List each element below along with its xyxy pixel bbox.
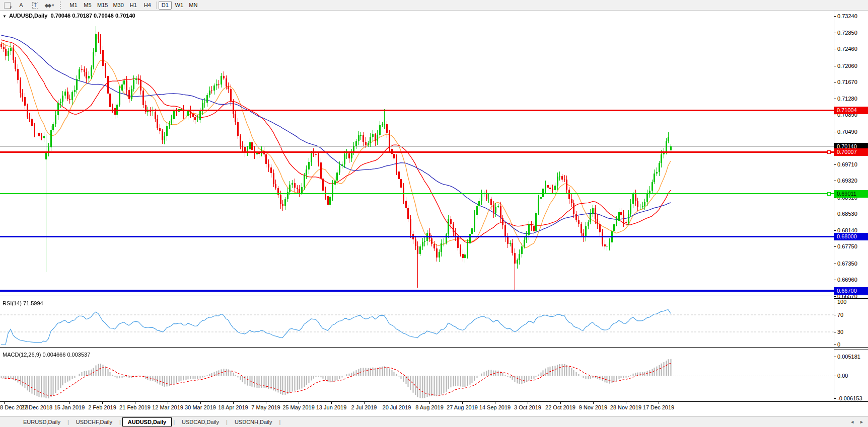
chart-tab-usdcnh[interactable]: USDCNH,Daily [229, 417, 278, 426]
price-axis-label: 0.69710 [837, 161, 857, 168]
timeframe-button-m1[interactable]: M1 [67, 1, 80, 10]
date-axis-tick [528, 402, 528, 404]
price-badge: 0.66700 [834, 287, 868, 295]
price-badge: 0.69011 [834, 190, 868, 198]
date-axis-tick [560, 402, 561, 404]
chart-tab-usdchf[interactable]: USDCHF,Daily [70, 417, 118, 426]
timeframe-button-group: M1M5M15M30H1H4D1W1MN [66, 1, 200, 10]
shapes-icon[interactable]: ◆◆ ▾ [43, 1, 56, 10]
date-axis-tick [397, 402, 397, 404]
macd-label: MACD(12,26,9) 0.004666 0.003537 [3, 352, 90, 358]
date-axis-tick [69, 402, 70, 404]
tabs-scroll-right-icon[interactable]: ► [859, 419, 864, 424]
timeframe-button-m5[interactable]: M5 [81, 1, 94, 10]
fibonacci-icon[interactable]: F [1, 1, 14, 10]
toolbar-grip[interactable] [60, 2, 63, 9]
chart-tab-audusd[interactable]: AUDUSD,Daily [122, 417, 172, 426]
main-chart-canvas[interactable] [0, 11, 834, 296]
timeframe-button-h4[interactable]: H4 [141, 1, 154, 10]
price-axis-tick [834, 246, 836, 247]
date-axis-tick [266, 402, 266, 404]
price-axis-tick [834, 214, 836, 214]
price-axis-label: 0.72060 [837, 63, 857, 69]
tab-separator: | [173, 419, 175, 425]
chart-tab-eurusd[interactable]: EURUSD,Daily [18, 417, 66, 426]
text-tool-icon[interactable]: T [29, 1, 42, 10]
timeframe-button-d1[interactable]: D1 [159, 1, 172, 10]
rsi-scale-tick [834, 315, 836, 315]
price-axis-label: 0.70490 [837, 129, 857, 135]
date-axis-tick [168, 402, 168, 404]
price-axis-tick [834, 66, 836, 66]
date-axis-tick [299, 402, 299, 404]
price-badge: 0.70007 [834, 148, 868, 156]
date-axis-label: 30 Mar 2019 [184, 404, 216, 410]
text-label-glyph: A [19, 2, 23, 8]
date-axis-label: 3 Oct 2019 [512, 404, 544, 410]
macd-canvas[interactable] [0, 349, 834, 401]
chart-ohlc-values: 0.70046 0.70187 0.70046 0.70140 [50, 13, 135, 19]
tabs-scroll-left-icon[interactable]: ◄ [850, 419, 854, 424]
chart-title: ▼AUDUSD,Daily 0.70046 0.70187 0.70046 0.… [3, 13, 137, 19]
price-axis-border [834, 11, 834, 402]
price-axis-tick [834, 181, 836, 181]
timeframe-button-mn[interactable]: MN [187, 1, 200, 10]
price-axis-tick [834, 296, 836, 297]
macd-scale-tick [834, 398, 836, 399]
tab-separator: | [279, 419, 280, 425]
price-badge: 0.68000 [834, 233, 868, 240]
price-axis-tick [834, 16, 836, 17]
macd-scale-tick [834, 376, 836, 376]
rsi-scale-tick [834, 332, 836, 332]
date-axis-label: 22 Oct 2019 [544, 404, 576, 410]
date-axis-label: 21 Feb 2019 [119, 404, 151, 410]
date-axis-label: 13 Jun 2019 [315, 404, 347, 410]
chart-tab-bar: EURUSD,Daily|USDCHF,Daily|AUDUSD,Daily|U… [0, 416, 868, 427]
date-axis-label: 27 Aug 2019 [446, 404, 478, 410]
text-tool-glyph: T [32, 2, 38, 9]
date-axis-label: 7 May 2019 [250, 404, 282, 410]
chevron-down-icon: ▾ [52, 3, 54, 8]
date-axis-tick [4, 402, 5, 404]
date-axis-tick [233, 402, 234, 404]
date-axis-tick [102, 402, 103, 404]
chart-dropdown-icon[interactable]: ▼ [3, 14, 7, 19]
price-axis-label: 0.72850 [837, 30, 857, 36]
chart-tab-usdcad[interactable]: USDCAD,Daily [176, 417, 225, 426]
shapes-glyph: ◆◆ [45, 3, 50, 8]
timeframe-button-h1[interactable]: H1 [127, 1, 140, 10]
date-axis-label: 2 Jul 2019 [348, 404, 380, 410]
rsi-scale-tick [834, 345, 836, 345]
date-axis-tick [462, 402, 463, 404]
timeframe-button-w1[interactable]: W1 [173, 1, 186, 10]
price-axis-label: 0.67350 [837, 261, 857, 267]
timeframe-button-m30[interactable]: M30 [111, 1, 125, 10]
date-axis-label: 9 Nov 2019 [577, 404, 609, 410]
macd-scale-label: 0.005181 [837, 354, 860, 360]
date-axis-label: 2 Feb 2019 [86, 404, 118, 410]
date-axis-tick [37, 402, 37, 404]
price-axis-tick [834, 115, 836, 115]
timeframe-button-m15[interactable]: M15 [95, 1, 110, 10]
text-label-icon[interactable]: A [15, 1, 28, 10]
date-axis-tick [135, 402, 135, 404]
price-axis-label: 0.66960 [837, 277, 857, 283]
rsi-scale-tick [834, 302, 836, 302]
rsi-scale-label: 100 [837, 299, 846, 305]
tab-separator: | [67, 419, 69, 425]
price-axis-tick [834, 264, 836, 264]
date-axis-label: 12 Mar 2019 [152, 404, 184, 410]
price-axis-tick [834, 132, 836, 132]
price-axis-label: 0.71670 [837, 79, 857, 86]
price-axis-tick [834, 33, 836, 33]
rsi-scale-label: 70 [837, 312, 843, 318]
date-axis-tick [364, 402, 365, 404]
price-axis-tick [834, 280, 836, 280]
date-axis-label: 8 Aug 2019 [413, 404, 446, 410]
price-axis-tick [834, 230, 836, 231]
toolbar: F A T ◆◆ ▾ M1M5M15M30H1H4D1W1MN [0, 0, 868, 11]
date-axis-tick [429, 402, 430, 404]
price-axis-label: 0.67750 [837, 243, 857, 250]
macd-scale-label: 0.00 [837, 373, 848, 379]
rsi-canvas[interactable] [0, 298, 834, 347]
